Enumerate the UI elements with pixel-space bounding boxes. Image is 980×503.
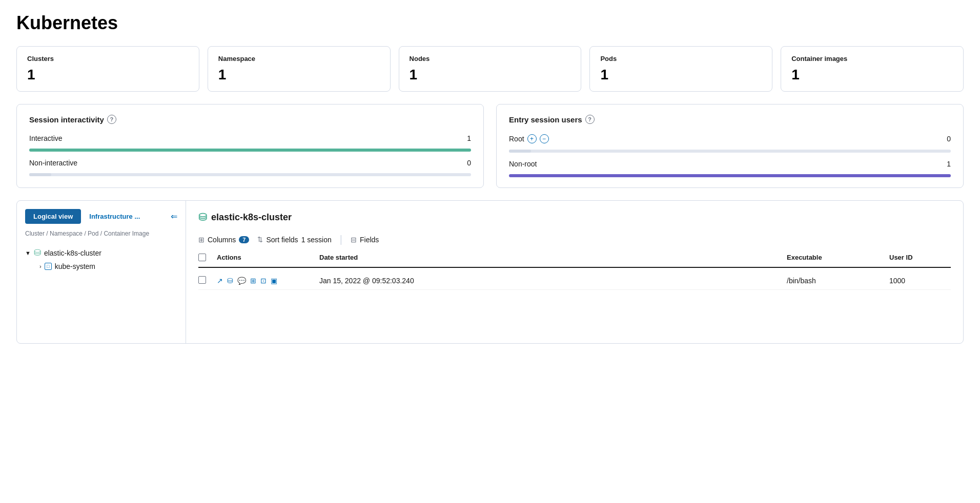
stat-value-namespace: 1 <box>218 67 380 83</box>
fields-button[interactable]: ⊟ Fields <box>351 236 379 244</box>
sort-session: 1 session <box>301 236 332 244</box>
logical-view-button[interactable]: Logical view <box>25 209 81 224</box>
sort-fields-button[interactable]: ⇅ Sort fields 1 session <box>257 236 331 244</box>
stat-label-clusters: Clusters <box>27 55 189 62</box>
row-executable: /bin/bash <box>787 277 889 285</box>
table-row: ↗ ⛁ 💬 ⊞ ⊡ ▣ Jan 15, 2022 @ 09:52:03.240 … <box>198 272 951 290</box>
stat-value-container-images: 1 <box>791 67 953 83</box>
non-interactive-value: 0 <box>461 159 471 167</box>
columns-button[interactable]: ⊞ Columns 7 <box>198 236 249 244</box>
entry-session-users-help-icon[interactable]: ? <box>585 115 595 124</box>
cluster-chevron-icon: ▼ <box>25 250 31 256</box>
non-root-label: Non-root <box>509 160 581 168</box>
stat-card-namespace[interactable]: Namespace 1 <box>208 46 391 92</box>
stat-label-nodes: Nodes <box>410 55 571 62</box>
sort-label: Sort fields <box>266 236 298 244</box>
columns-label: Columns <box>208 236 236 244</box>
stat-label-container-images: Container images <box>791 55 953 62</box>
namespace-name: kube-system <box>55 262 95 270</box>
view-buttons: Logical view Infrastructure ... ⇐ <box>25 209 177 224</box>
col-header-actions: Actions <box>217 254 319 263</box>
stat-label-namespace: Namespace <box>218 55 380 62</box>
row-actions-cell: ↗ ⛁ 💬 ⊞ ⊡ ▣ <box>217 277 319 285</box>
row-checkbox[interactable] <box>198 276 206 284</box>
non-root-row: Non-root 1 <box>509 160 951 168</box>
col-header-user-id: User ID <box>889 254 951 263</box>
toolbar-separator: | <box>340 234 342 245</box>
columns-icon: ⊞ <box>198 236 205 244</box>
session-interactivity-help-icon[interactable]: ? <box>107 115 116 124</box>
interactive-label: Interactive <box>29 134 101 142</box>
fields-icon: ⊟ <box>351 236 357 244</box>
action-expand-icon[interactable]: ↗ <box>217 277 223 285</box>
stat-value-pods: 1 <box>600 67 762 83</box>
session-interactivity-card: Session interactivity ? Interactive 1 No… <box>16 104 484 188</box>
non-interactive-label: Non-interactive <box>29 159 101 167</box>
left-panel: Logical view Infrastructure ... ⇐ Cluste… <box>17 201 186 343</box>
action-chat-icon[interactable]: 💬 <box>237 277 246 285</box>
collapse-button[interactable]: ⇐ <box>171 212 177 221</box>
row-checkbox-cell <box>198 276 217 285</box>
cluster-header: ⛁ elastic-k8s-cluster <box>198 211 951 223</box>
infrastructure-view-button[interactable]: Infrastructure ... <box>85 209 144 224</box>
stat-label-pods: Pods <box>600 55 762 62</box>
breadcrumb: Cluster / Namespace / Pod / Container Im… <box>25 230 177 237</box>
col-header-checkbox <box>198 254 217 263</box>
sort-icon: ⇅ <box>257 236 263 243</box>
stat-value-clusters: 1 <box>27 67 189 83</box>
stat-card-container-images[interactable]: Container images 1 <box>781 46 964 92</box>
page-title: Kubernetes <box>16 12 964 34</box>
right-panel: ⛁ elastic-k8s-cluster ⊞ Columns 7 ⇅ Sort… <box>186 201 963 343</box>
bottom-section: Logical view Infrastructure ... ⇐ Cluste… <box>16 200 964 344</box>
tree-child-namespace: › □ kube-system <box>39 260 177 273</box>
cluster-network-icon: ⛁ <box>34 247 41 258</box>
table-header: Actions Date started Executable User ID <box>198 254 951 268</box>
root-label-group: Root + − <box>509 134 591 143</box>
root-row: Root + − 0 <box>509 134 951 143</box>
root-value: 0 <box>941 135 951 143</box>
action-shield-icon[interactable]: ⊡ <box>260 277 267 285</box>
non-interactive-row: Non-interactive 0 <box>29 159 471 167</box>
namespace-chevron-icon: › <box>39 263 42 269</box>
metrics-row: Session interactivity ? Interactive 1 No… <box>16 104 964 188</box>
root-plus-icon[interactable]: + <box>527 134 537 143</box>
col-header-executable: Executable <box>787 254 889 263</box>
entry-session-users-card: Entry session users ? Root + − 0 Non-roo… <box>496 104 964 188</box>
root-label: Root <box>509 135 524 143</box>
header-checkbox[interactable] <box>198 254 206 261</box>
interactive-row: Interactive 1 <box>29 134 471 142</box>
fields-label: Fields <box>360 236 379 244</box>
row-user-id: 1000 <box>889 277 951 285</box>
cluster-header-name: elastic-k8s-cluster <box>211 212 292 223</box>
toolbar: ⊞ Columns 7 ⇅ Sort fields 1 session | ⊟ … <box>198 234 951 245</box>
data-table: Actions Date started Executable User ID … <box>198 254 951 290</box>
namespace-icon: □ <box>45 263 52 270</box>
row-date-started: Jan 15, 2022 @ 09:52:03.240 <box>319 277 787 285</box>
interactive-value: 1 <box>461 134 471 142</box>
session-interactivity-title: Session interactivity ? <box>29 115 471 124</box>
cluster-header-icon: ⛁ <box>198 211 207 223</box>
tree-namespace-item[interactable]: › □ kube-system <box>39 260 177 273</box>
action-terminal-icon[interactable]: ▣ <box>271 277 277 285</box>
action-network-icon[interactable]: ⛁ <box>227 277 233 285</box>
root-minus-icon[interactable]: − <box>540 134 549 143</box>
stat-card-clusters[interactable]: Clusters 1 <box>16 46 199 92</box>
stats-row: Clusters 1 Namespace 1 Nodes 1 Pods 1 Co… <box>16 46 964 92</box>
stat-card-nodes[interactable]: Nodes 1 <box>399 46 582 92</box>
cluster-name: elastic-k8s-cluster <box>44 249 101 257</box>
stat-value-nodes: 1 <box>410 67 571 83</box>
non-root-value: 1 <box>941 160 951 168</box>
col-header-date-started: Date started <box>319 254 787 263</box>
entry-session-users-title: Entry session users ? <box>509 115 951 124</box>
action-grid-icon[interactable]: ⊞ <box>250 277 256 285</box>
tree-cluster-item[interactable]: ▼ ⛁ elastic-k8s-cluster <box>25 245 177 260</box>
stat-card-pods[interactable]: Pods 1 <box>589 46 772 92</box>
columns-badge: 7 <box>239 236 249 243</box>
